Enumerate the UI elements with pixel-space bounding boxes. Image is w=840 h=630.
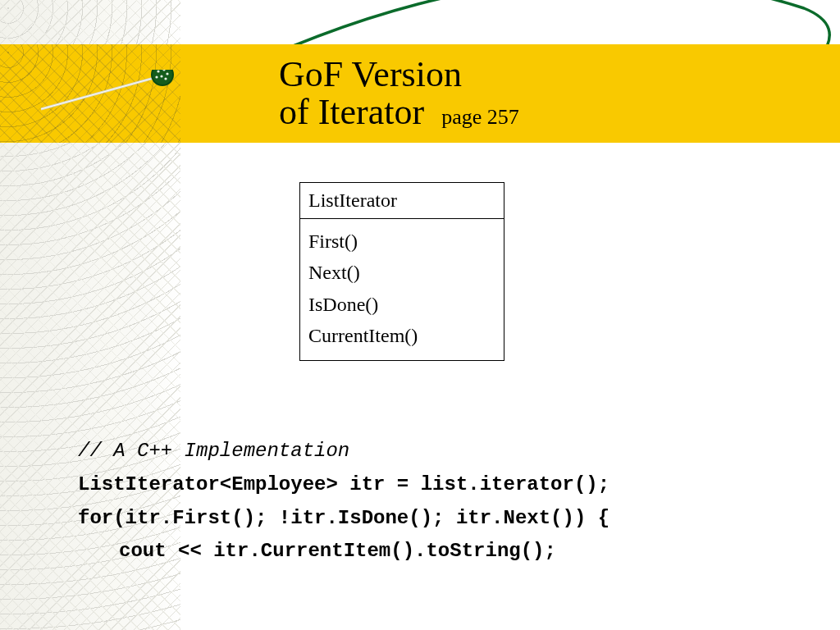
code-example: // A C++ Implementation ListIterator<Emp…: [78, 435, 609, 568]
title-line-2: of Iterator page 257: [279, 94, 840, 131]
code-line: for(itr.First(); !itr.IsDone(); itr.Next…: [78, 502, 609, 536]
code-comment: // A C++ Implementation: [78, 435, 609, 468]
title-bar: GoF Version of Iterator page 257: [0, 44, 840, 143]
page-reference: page 257: [441, 105, 519, 129]
uml-methods: First() Next() IsDone() CurrentItem(): [300, 219, 504, 360]
title-main: of Iterator: [279, 92, 424, 132]
title-line-1: GoF Version: [279, 56, 840, 94]
uml-method: IsDone(): [308, 289, 495, 320]
uml-class-box: ListIterator First() Next() IsDone() Cur…: [299, 182, 504, 361]
code-line: cout << itr.CurrentItem().toString();: [78, 535, 609, 568]
code-line: ListIterator<Employee> itr = list.iterat…: [78, 468, 609, 502]
uml-method: Next(): [308, 257, 495, 288]
uml-class-name: ListIterator: [300, 183, 504, 219]
uml-method: CurrentItem(): [308, 320, 495, 351]
uml-method: First(): [308, 226, 495, 257]
